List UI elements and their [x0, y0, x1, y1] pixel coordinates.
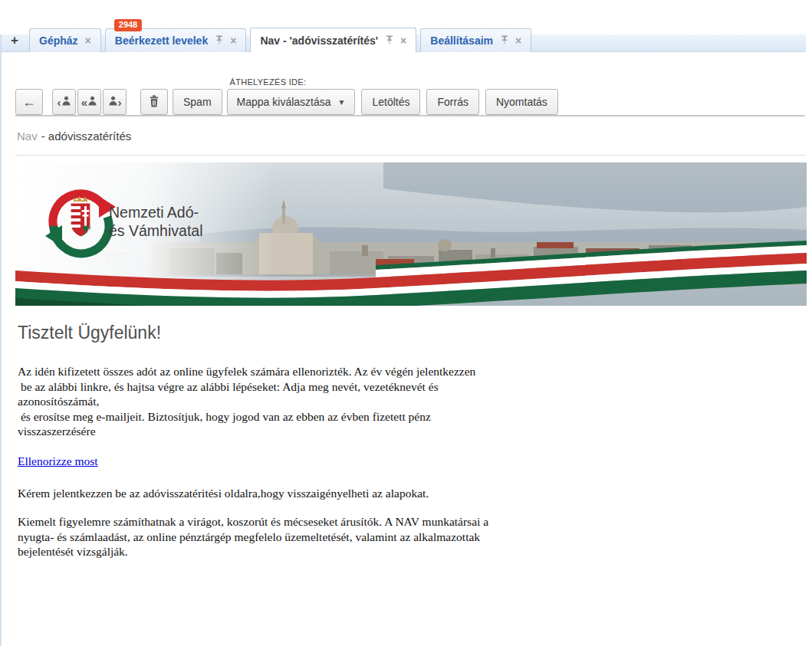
back-arrow-icon: ← [22, 95, 36, 109]
chevron-down-icon: ▼ [338, 98, 346, 107]
chevron-right-icon: › [118, 97, 122, 108]
subject-text: - adóvisszatérítés [41, 130, 132, 143]
pin-icon[interactable] [386, 34, 393, 47]
message-toolbar: ← ‹ « › [0, 52, 812, 115]
verify-now-link[interactable]: Ellenorizze most [18, 454, 98, 468]
email-body: Tisztelt Ügyfelünk! Az idén kifizetett ö… [0, 323, 812, 559]
reply-all-button[interactable]: « [77, 89, 101, 115]
reply-button[interactable]: ‹ [52, 89, 76, 115]
tab-label: Beérkezett levelek [115, 34, 208, 47]
email-paragraph-3: Kiemelt figyelemre számíthatnak a virágo… [18, 514, 812, 559]
panel-left-border [0, 34, 2, 646]
double-chevron-left-icon: « [81, 97, 87, 108]
tab-message-active[interactable]: Nav - 'adóvisszatérítés' × [250, 28, 416, 52]
message-subject: Nav - adóvisszatérítés [0, 116, 812, 155]
move-here-label: ÁTHELYEZÉS IDE: [230, 77, 356, 87]
spam-button[interactable]: Spam [173, 89, 222, 115]
delete-button[interactable] [140, 89, 168, 115]
unread-count-badge: 2948 [114, 19, 142, 31]
close-icon[interactable]: × [515, 35, 521, 46]
tab-gephaz[interactable]: Gépház × [29, 28, 101, 52]
pin-icon[interactable] [501, 34, 508, 47]
webmail-message-view: + Gépház × 2948 Beérkezett levelek × Nav… [0, 0, 812, 646]
tab-list: + Gépház × 2948 Beérkezett levelek × Nav… [5, 28, 535, 52]
print-button[interactable]: Nyomtatás [485, 89, 558, 115]
email-paragraph-1: Az idén kifizetett összes adót az online… [18, 364, 812, 439]
subject-separator [15, 155, 805, 156]
org-name-line1: Nemzeti Adó- [109, 204, 199, 221]
subject-prefix: Nav [17, 130, 38, 143]
tab-label: Beállításaim [430, 34, 493, 47]
source-button[interactable]: Forrás [426, 89, 478, 115]
email-greeting: Tisztelt Ügyfelünk! [18, 323, 812, 343]
tab-label: Nav - 'adóvisszatérítés' [260, 34, 378, 47]
move-to-control: ÁTHELYEZÉS IDE: Mappa kiválasztása ▼ [227, 77, 356, 115]
nav-header-image: Nemzeti Adó- és Vámhivatal [15, 162, 807, 306]
tab-inbox[interactable]: 2948 Beérkezett levelek × [105, 28, 247, 52]
person-icon [109, 96, 117, 108]
pin-icon[interactable] [215, 34, 223, 47]
email-paragraph-2: Kérem jelentkezzen be az adóvisszatérité… [18, 486, 812, 501]
person-icon [88, 96, 97, 108]
chevron-left-icon: ‹ [58, 97, 61, 108]
folder-select-dropdown[interactable]: Mappa kiválasztása ▼ [227, 89, 356, 115]
new-tab-button[interactable]: + [5, 29, 25, 52]
close-icon[interactable]: × [85, 35, 91, 46]
download-button[interactable]: Letöltés [361, 89, 420, 115]
forward-button[interactable]: › [103, 89, 127, 115]
tab-label: Gépház [39, 34, 78, 47]
close-icon[interactable]: × [230, 35, 236, 46]
dropdown-value: Mappa kiválasztása [237, 96, 331, 108]
tab-settings[interactable]: Beállításaim × [420, 28, 531, 52]
back-button[interactable]: ← [15, 89, 43, 115]
org-name-line2: és Vámhivatal [109, 222, 202, 239]
trash-icon [149, 95, 159, 110]
person-icon [62, 96, 71, 108]
reply-button-group: ‹ « › [52, 89, 128, 115]
tab-bar: + Gépház × 2948 Beérkezett levelek × Nav… [0, 0, 812, 52]
close-icon[interactable]: × [400, 35, 406, 46]
